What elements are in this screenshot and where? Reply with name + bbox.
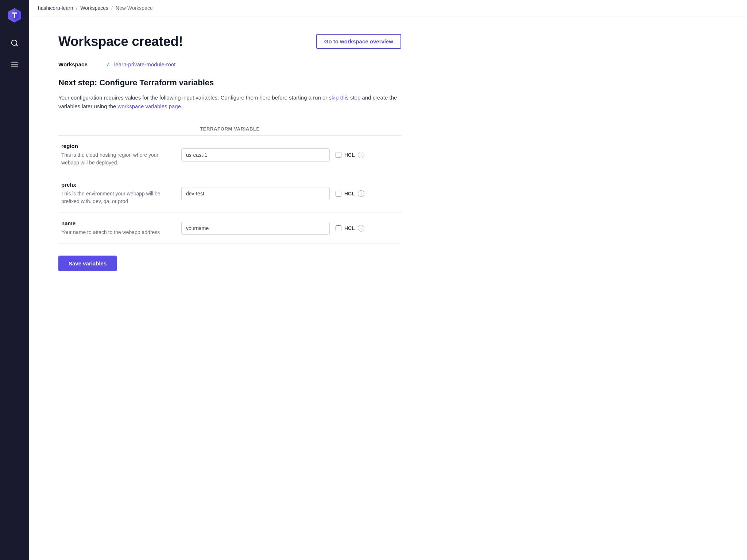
check-icon: ✓ — [106, 61, 111, 68]
breadcrumb-org[interactable]: hashicorp-learn — [38, 5, 73, 11]
breadcrumb: hashicorp-learn / Workspaces / New Works… — [29, 0, 747, 16]
menu-icon[interactable] — [9, 59, 20, 69]
table-row: name Your name to attach to the webapp a… — [58, 213, 401, 244]
skip-step-link[interactable]: skip this step — [329, 94, 361, 101]
svg-marker-2 — [8, 8, 15, 23]
workspace-row: Workspace ✓ learn-private-module-root — [58, 61, 401, 68]
hcl-checkbox-0[interactable] — [336, 152, 341, 158]
variables-table: Terraform variable region This is the cl… — [58, 122, 401, 244]
var-desc-1: This is the environment your webapp will… — [61, 190, 175, 205]
var-input-0[interactable] — [181, 148, 330, 162]
table-row: region This is the cloud hosting region … — [58, 136, 401, 174]
go-to-overview-button[interactable]: Go to workspace overview — [316, 34, 401, 49]
sidebar — [0, 0, 29, 560]
var-name-1: prefix — [61, 182, 175, 188]
info-icon-2[interactable]: i — [358, 225, 364, 232]
main-content: hashicorp-learn / Workspaces / New Works… — [29, 0, 747, 560]
hcl-label-0: HCL — [344, 152, 355, 158]
var-input-2[interactable] — [181, 222, 330, 235]
table-header: Terraform variable — [58, 122, 401, 136]
page-header: Workspace created! Go to workspace overv… — [58, 34, 401, 49]
page-content: Workspace created! Go to workspace overv… — [29, 16, 430, 289]
table-row: prefix This is the environment your weba… — [58, 174, 401, 213]
hcl-label-1: HCL — [344, 191, 355, 197]
save-variables-button[interactable]: Save variables — [58, 256, 117, 271]
var-desc-2: Your name to attach to the webapp addres… — [61, 229, 175, 236]
hcl-checkbox-1[interactable] — [336, 191, 341, 197]
info-icon-1[interactable]: i — [358, 190, 364, 197]
search-icon[interactable] — [9, 38, 20, 48]
workspace-vars-link[interactable]: workspace variables page — [118, 103, 181, 109]
var-name-2: name — [61, 220, 175, 226]
hcl-checkbox-2[interactable] — [336, 225, 341, 231]
breadcrumb-current: New Workspace — [116, 5, 153, 11]
workspace-label: Workspace — [58, 61, 102, 67]
page-title: Workspace created! — [58, 34, 183, 49]
var-name-0: region — [61, 143, 175, 149]
workspace-link[interactable]: learn-private-module-root — [114, 61, 175, 67]
breadcrumb-workspaces[interactable]: Workspaces — [80, 5, 108, 11]
info-icon-0[interactable]: i — [358, 152, 364, 158]
description-text: Your configuration requires values for t… — [58, 93, 401, 111]
hcl-label-2: HCL — [344, 225, 355, 231]
breadcrumb-sep-2: / — [111, 5, 113, 11]
var-input-1[interactable] — [181, 187, 330, 200]
app-logo[interactable] — [7, 7, 23, 23]
breadcrumb-sep-1: / — [76, 5, 78, 11]
svg-rect-4 — [14, 14, 15, 18]
next-step-title: Next step: Configure Terraform variables — [58, 78, 401, 88]
var-desc-0: This is the cloud hosting region where y… — [61, 151, 175, 167]
svg-line-6 — [16, 44, 18, 46]
svg-rect-3 — [12, 12, 17, 13]
